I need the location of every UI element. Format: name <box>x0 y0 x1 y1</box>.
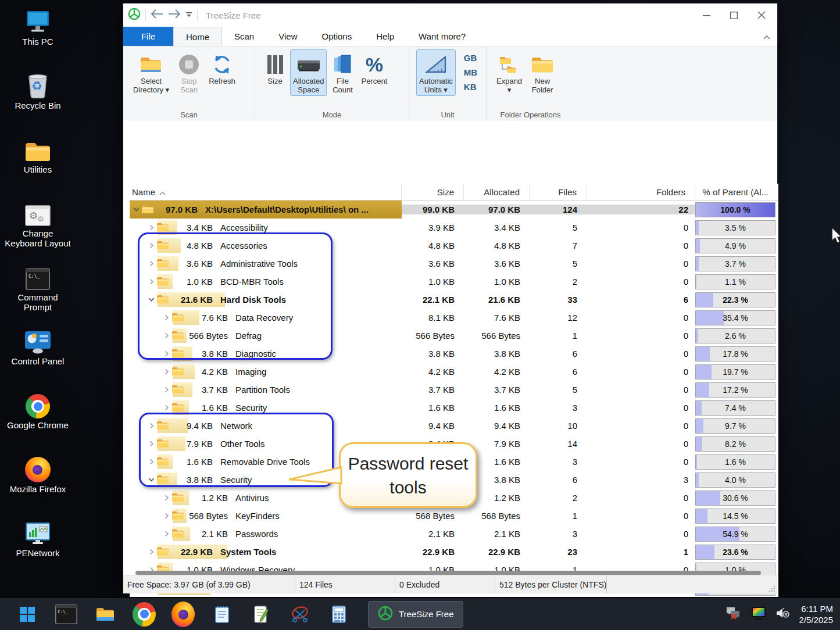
desktop-icon-this-pc[interactable]: This PC <box>5 6 71 46</box>
desktop-icon-control-panel[interactable]: Control Panel <box>5 325 71 366</box>
chevron-down-icon[interactable] <box>146 296 156 303</box>
ribbon-button-percent[interactable]: %Percent <box>358 49 390 87</box>
taskbar-calc-icon[interactable] <box>327 603 351 626</box>
chevron-right-icon[interactable] <box>161 350 171 357</box>
chevron-right-icon[interactable] <box>161 495 171 501</box>
ribbon-button-expand[interactable]: Expand ▾ <box>494 49 525 96</box>
chevron-right-icon[interactable] <box>146 459 156 465</box>
desktop-icon-mozilla-firefox[interactable]: Mozilla Firefox <box>5 453 71 494</box>
chevron-down-icon[interactable] <box>146 477 156 483</box>
maximize-button[interactable] <box>730 12 738 19</box>
ribbon-button-size[interactable]: Size <box>262 49 288 87</box>
column-header-folders[interactable]: Folders <box>587 184 695 200</box>
chevron-right-icon[interactable] <box>161 513 171 519</box>
column-header-allocated[interactable]: Allocated <box>464 184 530 200</box>
unit-button-kb[interactable]: KB <box>460 81 481 93</box>
network-disconnected-icon[interactable] <box>725 606 742 622</box>
column-header-name[interactable]: Name <box>130 184 402 200</box>
tab-want-more-[interactable]: Want more? <box>406 27 478 46</box>
ribbon-button-new[interactable]: New Folder <box>527 49 557 96</box>
sort-ascending-icon <box>155 187 166 197</box>
taskbar-explorer-icon[interactable] <box>94 603 117 626</box>
column-header--of-parent-al-[interactable]: % of Parent (Al... <box>695 184 778 200</box>
taskbar-start-icon[interactable] <box>16 603 39 626</box>
taskbar-app-treesize[interactable]: TreeSize Free <box>368 601 463 628</box>
tab-help[interactable]: Help <box>364 27 406 46</box>
taskbar-notepadpp-icon[interactable] <box>249 603 273 626</box>
tree-row-imaging[interactable]: 4.2 KBImaging4.2 KB4.2 KB6019.7 % <box>130 363 778 381</box>
chevron-right-icon[interactable] <box>146 278 156 285</box>
forward-button[interactable] <box>168 9 181 21</box>
column-header-files[interactable]: Files <box>530 184 587 200</box>
percent-value: 19.7 % <box>696 365 775 379</box>
ribbon-button-select[interactable]: Select Directory ▾ <box>130 49 172 96</box>
chevron-right-icon[interactable] <box>146 423 156 429</box>
desktop-icon-change-keyboard-layout[interactable]: ⚙⚙Change Keyboard Layout <box>5 198 71 248</box>
tree-row-network[interactable]: 9.4 KBNetwork9.4 KB9.4 KB1009.7 % <box>130 417 778 435</box>
display-color-icon[interactable] <box>750 606 767 622</box>
chevron-right-icon[interactable] <box>161 386 171 393</box>
taskbar-cmd-icon[interactable]: C:\_ <box>55 603 78 626</box>
tree-row-security[interactable]: 1.6 KBSecurity1.6 KB1.6 KB307.4 % <box>130 399 778 417</box>
unit-button-mb[interactable]: MB <box>460 66 481 78</box>
tab-file[interactable]: File <box>123 27 173 46</box>
chevron-right-icon[interactable] <box>146 549 156 555</box>
back-button[interactable] <box>151 9 163 21</box>
chevron-right-icon[interactable] <box>161 531 171 537</box>
desktop-icon-penetwork[interactable]: PENetwork <box>5 517 71 558</box>
minimize-button[interactable] <box>703 12 710 19</box>
tree-row-accessibility[interactable]: 3.4 KBAccessibility3.9 KB3.4 KB503.5 % <box>130 219 778 237</box>
unit-button-gb[interactable]: GB <box>460 52 481 64</box>
ribbon-button-file[interactable]: File Count <box>329 49 356 96</box>
tree-row-passwords[interactable]: 2.1 KBPasswords2.1 KB2.1 KB3054.9 % <box>130 525 778 543</box>
tree-row-system-tools[interactable]: 22.9 KBSystem Tools22.9 KB22.9 KB23123.6… <box>130 543 778 561</box>
tree-row-defrag[interactable]: 566 BytesDefrag566 Bytes566 Bytes102.6 % <box>130 327 778 345</box>
tree-row-diagnostic[interactable]: 3.8 KBDiagnostic3.8 KB3.8 KB6017.8 % <box>130 345 778 363</box>
chevron-right-icon[interactable] <box>146 441 156 447</box>
chevron-right-icon[interactable] <box>146 260 156 267</box>
tree-row-administrative-tools[interactable]: 3.6 KBAdministrative Tools3.6 KB3.6 KB50… <box>130 255 778 273</box>
ribbon-button-refresh[interactable]: Refresh <box>206 49 238 87</box>
chevron-right-icon[interactable] <box>161 314 171 321</box>
desktop-icon-utilities[interactable]: Utilities <box>5 134 71 174</box>
taskbar-snip-icon[interactable] <box>288 603 312 626</box>
collapse-ribbon-icon[interactable] <box>763 31 770 42</box>
row-size-label: 21.6 KB <box>169 295 213 305</box>
tree-row-accessories[interactable]: 4.8 KBAccessories4.8 KB4.8 KB704.9 % <box>130 237 778 255</box>
tab-scan[interactable]: Scan <box>222 27 266 46</box>
tab-home[interactable]: Home <box>173 27 222 46</box>
chevron-down-icon[interactable] <box>131 206 141 213</box>
desktop-icon-recycle-bin[interactable]: ♻Recycle Bin <box>5 70 71 110</box>
volume-muted-icon[interactable] <box>775 607 791 622</box>
chevron-right-icon[interactable] <box>146 224 156 231</box>
tree-row-x-users-default-desktop-utilities-on-[interactable]: 97.0 KBX:\Users\Default\Desktop\Utilitie… <box>130 201 778 219</box>
tree-row-keyfinders[interactable]: 568 BytesKeyFinders568 Bytes568 Bytes101… <box>130 507 778 525</box>
desktop-icon-google-chrome[interactable]: Google Chrome <box>5 389 71 430</box>
ribbon-button-allocated[interactable]: Allocated Space <box>290 49 327 96</box>
taskbar-clock[interactable]: 6:11 PM 2/5/2025 <box>799 603 833 625</box>
row-name: Accessibility <box>220 223 268 232</box>
tree-row-bcd-mbr-tools[interactable]: 1.0 KBBCD-MBR Tools1.0 KB1.0 KB201.1 % <box>130 273 778 291</box>
taskbar-firefox-icon[interactable] <box>171 603 195 626</box>
chevron-right-icon[interactable] <box>146 242 156 249</box>
taskbar-notepad-icon[interactable] <box>210 603 234 626</box>
resize-grip-icon[interactable] <box>768 585 776 592</box>
row-name: X:\Users\Default\Desktop\Utilities\ on .… <box>205 205 369 214</box>
folders-cell: 6 <box>587 295 695 305</box>
ribbon-button-automatic[interactable]: Automatic Units ▾ <box>416 49 456 96</box>
tree-row-hard-disk-tools[interactable]: 21.6 KBHard Disk Tools22.1 KB21.6 KB3362… <box>130 291 778 309</box>
taskbar-chrome-icon[interactable] <box>133 603 156 626</box>
tree-row-data-recovery[interactable]: 7.6 KBData Recovery8.1 KB7.6 KB12035.4 % <box>130 309 778 327</box>
ribbon-button-stop[interactable]: Stop Scan <box>174 49 203 96</box>
chevron-right-icon[interactable] <box>161 368 171 375</box>
column-header-size[interactable]: Size <box>402 184 464 200</box>
tab-options[interactable]: Options <box>309 27 364 46</box>
scrollbar-thumb[interactable] <box>135 571 761 575</box>
tab-view[interactable]: View <box>266 27 309 46</box>
chevron-right-icon[interactable] <box>161 332 171 339</box>
close-button[interactable] <box>757 11 766 19</box>
customize-toolbar-dropdown-icon[interactable] <box>185 10 192 20</box>
tree-row-partition-tools[interactable]: 3.7 KBPartition Tools3.7 KB3.7 KB5017.2 … <box>130 381 778 399</box>
chevron-right-icon[interactable] <box>161 405 171 411</box>
desktop-icon-command-prompt[interactable]: C:\_Command Prompt <box>5 262 71 312</box>
